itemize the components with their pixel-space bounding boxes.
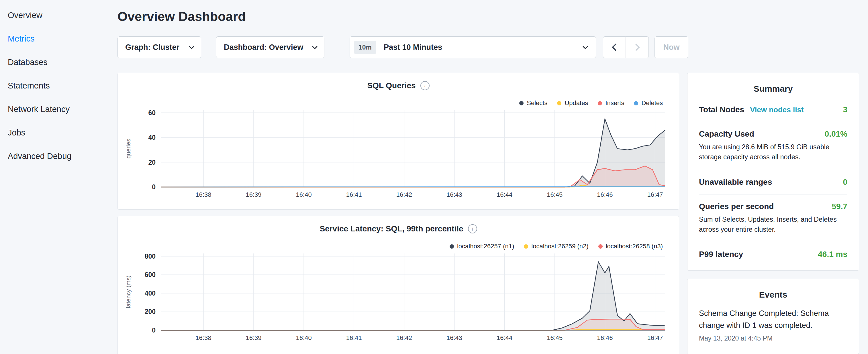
legend-item[interactable]: Updates <box>557 99 588 107</box>
svg-text:16:44: 16:44 <box>497 191 513 198</box>
info-icon[interactable]: i <box>468 224 477 233</box>
svg-text:40: 40 <box>148 134 156 141</box>
chart-title: Service Latency: SQL, 99th percentile <box>319 224 463 233</box>
sidebar-item-jobs[interactable]: Jobs <box>0 121 115 144</box>
svg-text:0: 0 <box>152 183 156 191</box>
summary-row-unavailable-ranges: Unavailable ranges 0 <box>699 170 847 194</box>
event-timestamp: May 13, 2020 at 4:45 PM <box>699 334 847 342</box>
sql-queries-chart-card: SQL Queries i SelectsUpdatesInsertsDelet… <box>118 73 679 210</box>
now-button[interactable]: Now <box>654 36 688 58</box>
info-icon[interactable]: i <box>421 81 430 90</box>
events-panel: Events Schema Change Completed: Schema c… <box>687 279 859 354</box>
page-title: Overview Dashboard <box>118 9 246 24</box>
summary-row-total-nodes: Total Nodes View nodes list 3 <box>699 98 847 122</box>
unavailable-ranges-label: Unavailable ranges <box>699 178 772 187</box>
service-latency-chart-card: Service Latency: SQL, 99th percentile i … <box>118 216 679 354</box>
time-back-button[interactable] <box>603 36 626 58</box>
sidebar-item-databases[interactable]: Databases <box>0 51 115 74</box>
chart-title: SQL Queries <box>367 81 415 90</box>
legend-dot-icon <box>519 101 524 105</box>
queries-per-second-description: Sum of Selects, Updates, Inserts, and De… <box>699 215 847 235</box>
legend-dot-icon <box>598 101 602 105</box>
sidebar-item-advanced-debug[interactable]: Advanced Debug <box>0 144 115 168</box>
svg-text:16:45: 16:45 <box>547 334 562 342</box>
summary-row-capacity-used: Capacity Used 0.01% You are using 28.6 M… <box>699 122 847 170</box>
p99-latency-label: P99 latency <box>699 250 743 259</box>
legend-label: Inserts <box>605 99 624 107</box>
svg-text:16:46: 16:46 <box>597 191 613 198</box>
svg-text:16:45: 16:45 <box>547 191 562 198</box>
unavailable-ranges-value: 0 <box>843 178 847 187</box>
chevron-right-icon <box>632 43 640 51</box>
legend-dot-icon <box>557 101 561 105</box>
capacity-used-label: Capacity Used <box>699 129 754 139</box>
time-step-buttons <box>603 36 649 58</box>
svg-text:800: 800 <box>145 253 156 260</box>
legend-label: localhost:26258 (n3) <box>606 243 663 250</box>
graph-dropdown[interactable]: Graph: Cluster <box>118 36 201 58</box>
chart-legend: SelectsUpdatesInsertsDeletes <box>519 99 663 107</box>
svg-text:16:43: 16:43 <box>446 334 462 342</box>
time-forward-button[interactable] <box>626 36 649 58</box>
view-nodes-list-link[interactable]: View nodes list <box>750 105 804 114</box>
summary-row-queries-per-second: Queries per second 59.7 Sum of Selects, … <box>699 194 847 243</box>
svg-text:20: 20 <box>148 159 156 166</box>
sidebar-item-network-latency[interactable]: Network Latency <box>0 97 115 121</box>
controls-bar: Graph: Cluster Dashboard: Overview 10m P… <box>118 36 688 58</box>
svg-text:16:41: 16:41 <box>346 191 362 198</box>
legend-dot-icon <box>524 244 528 249</box>
graph-dropdown-label: Graph: Cluster <box>125 43 179 52</box>
chart-plot: 020406016:3816:3916:4016:4116:4216:4316:… <box>118 106 679 206</box>
legend-item[interactable]: Selects <box>519 99 547 107</box>
time-range-badge: 10m <box>354 41 376 54</box>
legend-label: Updates <box>564 99 588 107</box>
legend-item[interactable]: localhost:26259 (n2) <box>524 243 588 250</box>
svg-text:16:47: 16:47 <box>647 191 663 198</box>
legend-label: Selects <box>527 99 547 107</box>
event-message: Schema Change Completed: Schema change w… <box>699 308 847 332</box>
sidebar-item-overview[interactable]: Overview <box>0 3 115 27</box>
svg-text:400: 400 <box>145 290 156 297</box>
svg-text:16:40: 16:40 <box>296 334 312 342</box>
summary-panel: Summary Total Nodes View nodes list 3 Ca… <box>687 73 859 271</box>
svg-text:16:42: 16:42 <box>396 191 412 198</box>
legend-dot-icon <box>450 244 454 249</box>
summary-row-p99-latency: P99 latency 46.1 ms <box>699 242 847 266</box>
queries-per-second-value: 59.7 <box>832 202 848 211</box>
queries-per-second-label: Queries per second <box>699 202 774 211</box>
legend-item[interactable]: localhost:26258 (n3) <box>598 243 663 250</box>
chevron-left-icon <box>612 43 619 51</box>
chart-title-row: Service Latency: SQL, 99th percentile i <box>118 224 679 233</box>
svg-text:200: 200 <box>145 308 156 315</box>
dashboard-dropdown-label: Dashboard: Overview <box>224 43 304 52</box>
sidebar-item-statements[interactable]: Statements <box>0 74 115 97</box>
sidebar-item-metrics[interactable]: Metrics <box>0 27 115 51</box>
svg-text:16:38: 16:38 <box>195 191 211 198</box>
legend-item[interactable]: Deletes <box>634 99 663 107</box>
svg-text:16:43: 16:43 <box>446 191 462 198</box>
time-range-dropdown[interactable]: 10m Past 10 Minutes <box>350 36 596 58</box>
p99-latency-value: 46.1 ms <box>818 250 847 259</box>
svg-text:16:41: 16:41 <box>346 334 362 342</box>
legend-dot-icon <box>598 244 602 249</box>
legend-item[interactable]: localhost:26257 (n1) <box>450 243 514 250</box>
chevron-down-icon <box>189 44 194 49</box>
chart-plot: 020040060080016:3816:3916:4016:4116:4216… <box>118 250 679 350</box>
capacity-used-description: You are using 28.6 MiB of 515.9 GiB usab… <box>699 142 847 162</box>
left-nav: OverviewMetricsDatabasesStatementsNetwor… <box>0 3 115 168</box>
chevron-down-icon <box>583 44 588 49</box>
total-nodes-value: 3 <box>843 105 847 114</box>
svg-text:60: 60 <box>148 109 156 117</box>
svg-text:600: 600 <box>145 271 156 279</box>
event-item[interactable]: Schema Change Completed: Schema change w… <box>699 308 847 342</box>
dashboard-dropdown[interactable]: Dashboard: Overview <box>216 36 324 58</box>
chart-title-row: SQL Queries i <box>118 81 679 90</box>
summary-title: Summary <box>699 73 847 98</box>
legend-item[interactable]: Inserts <box>598 99 624 107</box>
svg-text:16:38: 16:38 <box>195 334 211 342</box>
svg-text:latency (ms): latency (ms) <box>125 276 131 308</box>
chart-legend: localhost:26257 (n1)localhost:26259 (n2)… <box>450 243 663 250</box>
legend-dot-icon <box>634 101 638 105</box>
events-title: Events <box>699 279 847 303</box>
chevron-down-icon <box>312 44 317 49</box>
